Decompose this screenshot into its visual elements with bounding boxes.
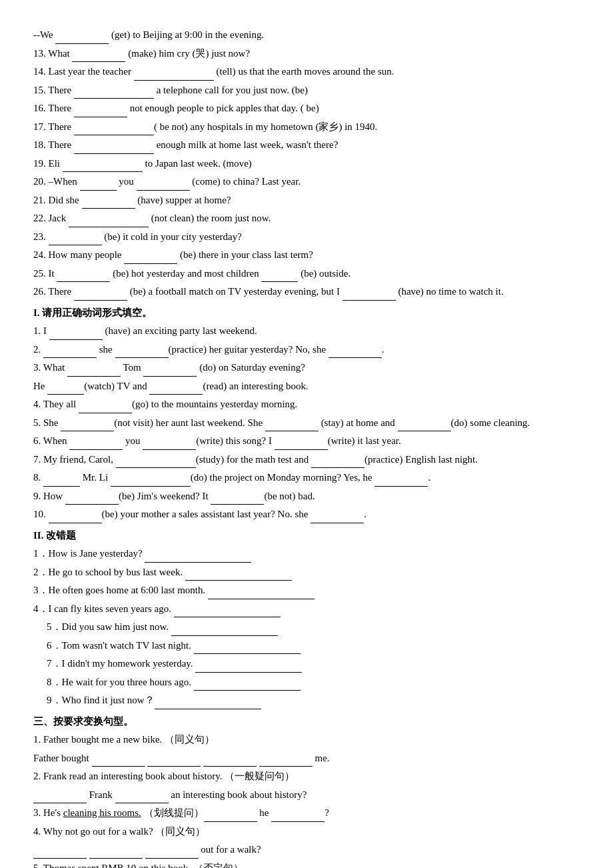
- si-blank-3c: [47, 383, 84, 395]
- line-19: 19. Eli to Japan last week. (move): [33, 155, 580, 173]
- sii-blank-2: [185, 569, 292, 581]
- si-line-3a: 3. What Tom (do) on Saturday evening?: [33, 359, 580, 377]
- siii-blank-2a: [33, 791, 87, 803]
- siii-line-1b: Father bought me.: [33, 750, 580, 767]
- line-17: 17. There ( be not) any hospitals in my …: [33, 119, 580, 136]
- siii-line-2a: 2. Frank read an interesting book about …: [33, 768, 580, 785]
- sii-blank-4: [174, 605, 281, 617]
- blank-21: [82, 197, 135, 209]
- siii-blank-1d: [259, 755, 312, 767]
- siii-blank-4a: [33, 847, 87, 859]
- blank-25b: [261, 270, 298, 282]
- line-20: 20. –When you (come) to china? Last year…: [33, 173, 580, 191]
- siii-blank-2b: [115, 791, 169, 803]
- si-line-1: 1. I (have) an exciting party last weeke…: [33, 323, 580, 340]
- blank-26b: [342, 289, 396, 301]
- blank-15: [74, 87, 154, 99]
- siii-line-3: 3. He's cleaning his rooms. （划线提问） he ?: [33, 805, 580, 822]
- siii-blank-3a: [204, 810, 257, 822]
- si-blank-4: [79, 401, 132, 413]
- siii-blank-1c: [203, 755, 257, 767]
- si-line-7: 7. My friend, Carol, (study) for the mat…: [33, 451, 580, 469]
- si-blank-5c: [398, 419, 451, 431]
- si-blank-3b: [143, 365, 197, 377]
- si-blank-6c: [275, 438, 328, 450]
- line-we: --We (get) to Beijing at 9:00 in the eve…: [33, 27, 580, 44]
- worksheet-container: --We (get) to Beijing at 9:00 in the eve…: [33, 27, 580, 868]
- line-18: 18. There enough milk at home last week,…: [33, 137, 580, 154]
- line-21: 21. Did she (have) supper at home?: [33, 192, 580, 209]
- si-line-2: 2. she (practice) her guitar yesterday? …: [33, 341, 580, 359]
- si-blank-5a: [61, 419, 114, 431]
- si-line-9: 9. How (be) Jim's weekend? It (be not) b…: [33, 488, 580, 505]
- si-line-5: 5. She (not visit) her aunt last weekend…: [33, 415, 580, 432]
- siii-line-5: 5. Thomas spent RMB 10 on this book. （否定…: [33, 860, 580, 869]
- sii-blank-9: [155, 697, 261, 709]
- si-line-3b: He (watch) TV and (read) an interesting …: [33, 378, 580, 395]
- si-blank-2b: [115, 346, 169, 358]
- blank-19: [63, 160, 143, 172]
- sii-blank-7: [195, 661, 302, 673]
- si-blank-2c: [328, 346, 382, 358]
- sii-line-1: 1．How is Jane yesterday?: [33, 545, 580, 563]
- section-iii-header: 三、按要求变换句型。: [33, 713, 580, 731]
- siii-blank-1a: [92, 755, 145, 767]
- sii-line-5: 5．Did you saw him just now.: [47, 619, 580, 636]
- blank-25a: [57, 270, 110, 282]
- sii-line-4: 4．I can fly kites seven years ago.: [33, 601, 580, 618]
- si-blank-2a: [43, 346, 97, 358]
- blank-18: [74, 142, 154, 154]
- siii-blank-4b: [89, 847, 143, 859]
- siii-line-1a: 1. Father bought me a new bike. （同义句）: [33, 731, 580, 749]
- sii-line-7: 7．I didn't my homework yesterday.: [47, 655, 580, 673]
- si-blank-5b: [265, 419, 318, 431]
- si-blank-6a: [69, 438, 123, 450]
- si-blank-10a: [49, 511, 102, 523]
- si-blank-6b: [143, 438, 196, 450]
- siii-blank-1b: [147, 755, 201, 767]
- si-blank-7a: [116, 456, 196, 468]
- si-blank-1: [49, 328, 103, 340]
- si-blank-10b: [310, 511, 364, 523]
- sii-line-3: 3．He often goes home at 6:00 last month.: [33, 582, 580, 599]
- blank-20b: [137, 179, 190, 191]
- sii-line-9: 9．Who find it just now？: [47, 692, 580, 709]
- siii-blank-3b: [271, 810, 324, 822]
- si-line-4: 4. They all (go) to the mountains yester…: [33, 396, 580, 413]
- sii-line-6: 6．Tom wasn't watch TV last night.: [47, 637, 580, 655]
- blank-1: [55, 32, 109, 44]
- si-blank-9b: [211, 493, 264, 505]
- line-23: 23. (be) it cold in your city yesterday?: [33, 229, 580, 246]
- siii-line-4a: 4. Why not go out for a walk? （同义句）: [33, 823, 580, 841]
- blank-24: [124, 252, 177, 264]
- sii-blank-5: [171, 624, 278, 636]
- blank-16: [74, 105, 127, 117]
- si-blank-3d: [149, 383, 203, 395]
- si-blank-8b: [111, 475, 191, 487]
- section-i-header: I. 请用正确动词形式填空。: [33, 305, 580, 322]
- sii-line-8: 8．He wait for you three hours ago.: [47, 674, 580, 691]
- siii-blank-4c: [145, 847, 199, 859]
- si-blank-8a: [43, 475, 80, 487]
- si-line-10: 10. (be) your mother a sales assistant l…: [33, 506, 580, 523]
- sii-blank-1: [145, 551, 251, 563]
- line-25: 25. It (be) hot yesterday and most child…: [33, 265, 580, 283]
- line-15: 15. There a telephone call for you just …: [33, 82, 580, 99]
- line-14: 14. Last year the teacher (tell) us that…: [33, 63, 580, 81]
- blank-13: [72, 50, 125, 62]
- line-22: 22. Jack (not clean) the room just now.: [33, 210, 580, 227]
- blank-17: [74, 123, 154, 135]
- blank-20a: [80, 179, 117, 191]
- line-13: 13. What (make) him cry (哭) just now?: [33, 45, 580, 63]
- section-ii-header: II. 改错题: [33, 527, 580, 545]
- line-26: 26. There (be) a football match on TV ye…: [33, 283, 580, 301]
- sii-line-2: 2．He go to school by bus last week.: [33, 564, 580, 581]
- sii-blank-8: [194, 679, 301, 691]
- blank-14: [134, 69, 214, 81]
- si-blank-3a: [67, 365, 121, 377]
- blank-26a: [74, 289, 127, 301]
- blank-23: [49, 233, 102, 245]
- si-blank-7b: [311, 456, 364, 468]
- si-line-6: 6. When you (write) this song? I (write)…: [33, 433, 580, 450]
- blank-22: [69, 215, 149, 227]
